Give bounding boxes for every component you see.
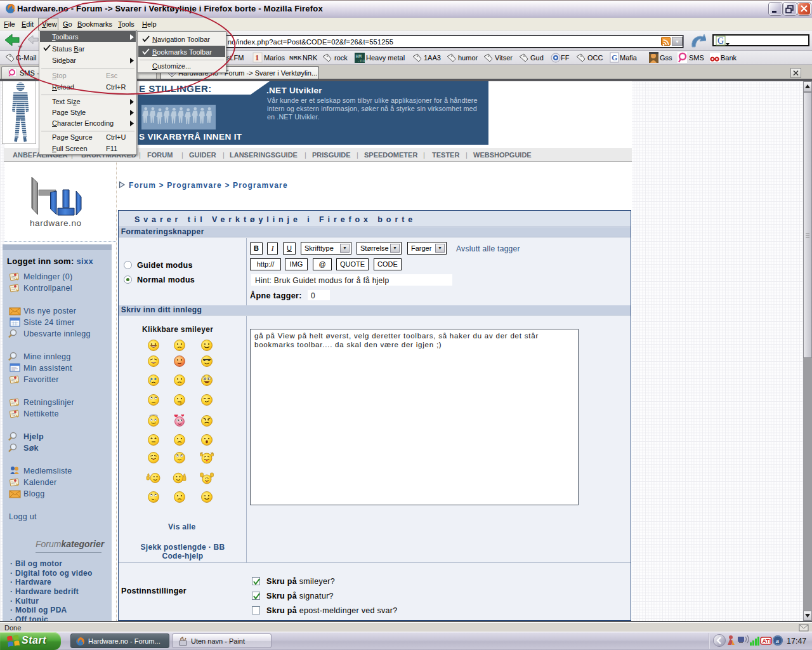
svg-text:G: G bbox=[612, 53, 617, 62]
svg-text:G: G bbox=[717, 36, 724, 46]
svg-text:ATI: ATI bbox=[763, 638, 771, 644]
svg-text:a: a bbox=[776, 637, 780, 644]
